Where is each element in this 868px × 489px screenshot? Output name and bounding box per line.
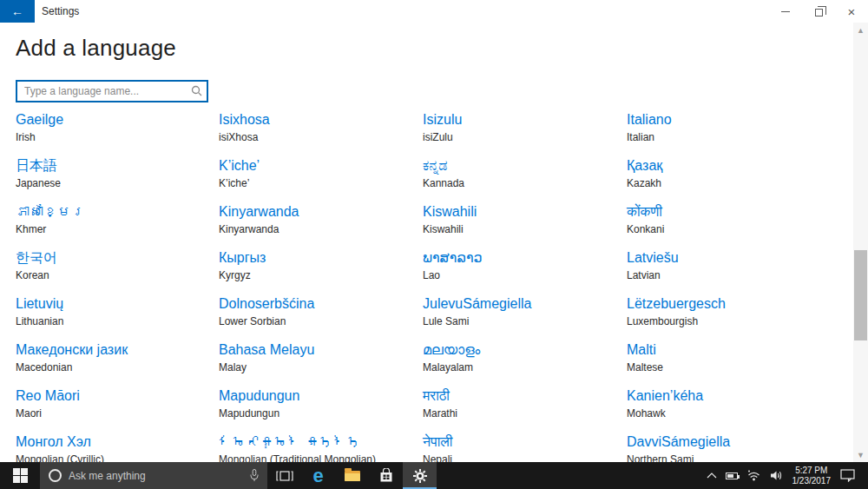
task-view-button[interactable] (267, 462, 301, 489)
language-native-name: JulevuSámegiella (423, 295, 627, 313)
system-tray: 5:27 PM 1/23/2017 (702, 462, 868, 489)
language-native-name: K’iche’ (219, 157, 423, 175)
language-english-name: Nepali (423, 453, 627, 462)
edge-icon: e (312, 466, 323, 486)
settings-taskbar-button[interactable] (403, 462, 437, 489)
language-english-name: Konkani (627, 223, 838, 235)
language-item[interactable]: Mapudungun Mapudungun (219, 386, 423, 432)
taskbar: Ask me anything e (0, 462, 868, 489)
language-item[interactable]: Reo Māori Maori (16, 386, 219, 432)
language-item[interactable]: K’iche’ K’iche’ (219, 155, 423, 202)
language-item[interactable]: Монгол Хэл Mongolian (Cyrillic) (16, 432, 219, 462)
language-item[interactable]: नेपाली Nepali (423, 432, 627, 462)
language-native-name: Italiano (627, 111, 838, 129)
language-english-name: Lule Sami (423, 315, 627, 327)
language-english-name: Maori (16, 407, 219, 420)
language-item[interactable]: मराठी Marathi (423, 386, 627, 432)
restore-button[interactable] (802, 0, 835, 23)
language-english-name: Latvian (627, 269, 838, 281)
battery-status-button[interactable] (721, 462, 742, 489)
microphone-icon[interactable] (250, 469, 259, 482)
language-item[interactable]: മലയാളം Malayalam (423, 340, 627, 386)
language-english-name: Kazakh (627, 177, 838, 189)
language-english-name: Lithuanian (16, 315, 219, 327)
language-english-name: Mongolian (Traditional Mongolian) (219, 453, 423, 462)
language-item[interactable]: Македонски јазик Macedonian (16, 340, 219, 386)
vertical-scrollbar[interactable]: ▲ ▼ (853, 23, 868, 462)
language-native-name: Latviešu (627, 249, 838, 267)
language-english-name: Khmer (16, 223, 219, 235)
language-item[interactable]: DavviSámegiella Northern Sami (627, 432, 838, 462)
language-item[interactable]: 日本語 Japanese (16, 155, 219, 202)
battery-icon (726, 472, 738, 479)
action-center-button[interactable] (836, 462, 859, 489)
close-icon: × (848, 5, 856, 18)
close-button[interactable]: × (835, 0, 868, 23)
language-native-name: Қазақ (627, 157, 838, 175)
start-button[interactable] (0, 462, 40, 489)
restore-icon (815, 9, 823, 17)
language-item[interactable]: Malti Maltese (627, 340, 838, 386)
language-native-name: ಕನ್ನಡ (423, 157, 627, 175)
clock-date: 1/23/2017 (792, 476, 832, 486)
taskbar-clock[interactable]: 5:27 PM 1/23/2017 (787, 466, 837, 486)
language-native-name: ᠮᠣᠩᠭᠣᠯ ᠬᠡᠯᠡ (219, 433, 423, 451)
edge-browser-button[interactable]: e (301, 462, 335, 489)
scrollbar-thumb[interactable] (854, 250, 867, 340)
volume-button[interactable] (766, 462, 787, 489)
back-arrow-icon: ← (11, 4, 23, 18)
store-button[interactable] (369, 462, 403, 489)
language-item[interactable]: कोंकणी Konkani (627, 202, 838, 248)
language-item[interactable]: ᠮᠣᠩᠭᠣᠯ ᠬᠡᠯᠡ Mongolian (Traditional Mongo… (219, 432, 423, 462)
language-item[interactable]: ພາສາລາວ Lao (423, 248, 627, 294)
language-english-name: Lower Sorbian (219, 315, 423, 327)
search-input[interactable] (16, 80, 208, 102)
network-status-button[interactable] (742, 462, 766, 489)
windows-logo-icon (13, 468, 28, 483)
language-item[interactable]: Kiswahili Kiswahili (423, 202, 627, 248)
language-item[interactable]: Italiano Italian (627, 109, 838, 155)
chevron-up-icon (707, 472, 717, 479)
language-native-name: 日本語 (16, 157, 219, 175)
scroll-down-arrow-icon[interactable]: ▼ (853, 447, 868, 462)
language-native-name: Isixhosa (219, 111, 423, 129)
language-item[interactable]: ಕನ್ನಡ Kannada (423, 155, 627, 202)
language-search-box (16, 80, 208, 102)
language-item[interactable]: Lietuvių Lithuanian (16, 294, 219, 340)
file-explorer-button[interactable] (335, 462, 369, 489)
language-item[interactable]: Isixhosa isiXhosa (219, 109, 423, 155)
language-item[interactable]: ភាសាខ្មែរ Khmer (16, 202, 219, 248)
language-item[interactable]: Isizulu isiZulu (423, 109, 627, 155)
store-icon (379, 468, 393, 483)
language-english-name: Korean (16, 269, 219, 281)
back-button[interactable]: ← (0, 0, 35, 23)
language-english-name: Maltese (627, 361, 838, 373)
language-native-name: DavviSámegiella (627, 433, 838, 451)
language-item[interactable]: Lëtzebuergesch Luxembourgish (627, 294, 838, 340)
scroll-up-arrow-icon[interactable]: ▲ (853, 23, 868, 37)
language-item[interactable]: JulevuSámegiella Lule Sami (423, 294, 627, 340)
file-explorer-icon (345, 471, 360, 481)
language-item[interactable]: Кыргыз Kyrgyz (219, 248, 423, 294)
language-item[interactable]: Gaeilge Irish (16, 109, 219, 155)
language-native-name: Kanien’kéha (627, 387, 838, 405)
gear-icon (412, 468, 428, 484)
language-item[interactable]: Kanien’kéha Mohawk (627, 386, 838, 432)
language-item[interactable]: Қазақ Kazakh (627, 155, 838, 202)
cortana-search-box[interactable]: Ask me anything (40, 462, 267, 489)
language-english-name: Mohawk (627, 407, 838, 420)
language-item[interactable]: Latviešu Latvian (627, 248, 838, 294)
language-native-name: Kiswahili (423, 203, 627, 221)
language-english-name: Luxembourgish (627, 315, 838, 327)
language-item[interactable]: Kinyarwanda Kinyarwanda (219, 202, 423, 248)
language-item[interactable]: 한국어 Korean (16, 248, 219, 294)
language-english-name: Marathi (423, 407, 627, 420)
language-item[interactable]: Dolnoserbšćina Lower Sorbian (219, 294, 423, 340)
settings-content: Add a language Gaeilge Irish Isixhosa is… (0, 23, 868, 462)
wifi-icon (746, 470, 761, 481)
language-native-name: ភាសាខ្មែរ (16, 203, 219, 221)
language-item[interactable]: Bahasa Melayu Malay (219, 340, 423, 386)
minimize-button[interactable] (769, 0, 802, 23)
tray-overflow-button[interactable] (702, 462, 721, 489)
minimize-icon (781, 11, 790, 12)
